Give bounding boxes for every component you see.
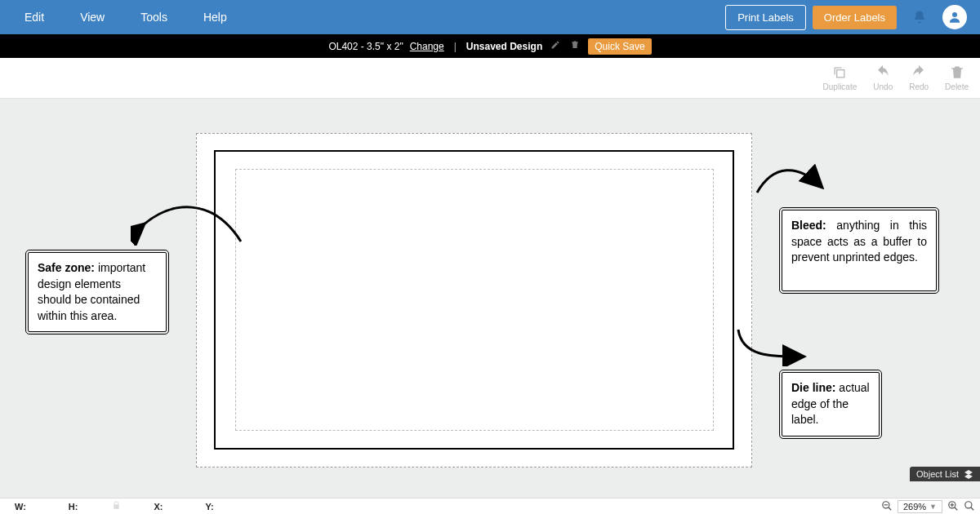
safe-zone-area: [235, 169, 714, 431]
delete-button[interactable]: Delete: [945, 64, 969, 91]
svg-point-0: [952, 12, 957, 17]
object-list-tab[interactable]: Object List: [910, 467, 980, 481]
die-title: Die line:: [791, 381, 835, 394]
height-label: H:: [69, 502, 78, 512]
canvas-area[interactable]: Safe zone: important design elements sho…: [0, 99, 980, 498]
zoom-out-button[interactable]: [881, 500, 893, 513]
pencil-icon[interactable]: [550, 40, 560, 52]
design-name: Unsaved Design: [466, 41, 542, 52]
zoom-fit-button[interactable]: [964, 500, 975, 513]
notifications-icon[interactable]: [906, 10, 933, 24]
context-bar: OL402 - 3.5" x 2" Change | Unsaved Desig…: [0, 34, 980, 58]
y-label: Y:: [205, 502, 213, 512]
menu-help[interactable]: Help: [185, 11, 245, 24]
trash-icon[interactable]: [570, 40, 580, 52]
zoom-level-select[interactable]: 269% ▼: [898, 500, 942, 513]
order-labels-button[interactable]: Order Labels: [813, 6, 897, 29]
tool-strip: Duplicate Undo Redo Delete: [0, 58, 980, 99]
delete-label: Delete: [945, 82, 969, 91]
zoom-in-button[interactable]: [947, 500, 959, 513]
print-labels-button[interactable]: Print Labels: [725, 5, 806, 30]
undo-label: Undo: [873, 82, 893, 91]
quick-save-button[interactable]: Quick Save: [588, 38, 651, 55]
safe-zone-title: Safe zone:: [38, 261, 95, 274]
duplicate-button[interactable]: Duplicate: [823, 64, 858, 91]
undo-button[interactable]: Undo: [873, 64, 893, 91]
menu-edit[interactable]: Edit: [7, 11, 62, 24]
svg-rect-1: [837, 70, 844, 78]
redo-label: Redo: [909, 82, 929, 91]
user-avatar[interactable]: [942, 5, 967, 29]
duplicate-label: Duplicate: [823, 82, 858, 91]
main-menu: Edit View Tools Help: [7, 11, 245, 24]
x-label: X:: [154, 502, 163, 512]
change-label-link[interactable]: Change: [410, 41, 444, 52]
menu-tools[interactable]: Tools: [122, 11, 185, 24]
top-menu-bar: Edit View Tools Help Print Labels Order …: [0, 0, 980, 34]
svg-line-10: [971, 507, 974, 510]
bleed-callout: Bleed: anything in this space acts as a …: [782, 210, 937, 291]
safe-zone-callout: Safe zone: important design elements sho…: [28, 252, 167, 332]
width-label: W:: [15, 502, 26, 512]
label-product-id: OL402 - 3.5" x 2": [328, 41, 403, 52]
layers-icon: [964, 469, 973, 479]
status-bar: W: H: X: Y: 269% ▼: [0, 498, 980, 514]
svg-line-3: [889, 507, 892, 510]
divider: |: [454, 41, 457, 52]
menu-view[interactable]: View: [62, 11, 122, 24]
zoom-level-value: 269%: [903, 502, 926, 512]
die-line-callout: Die line: actual edge of the label.: [782, 372, 880, 436]
redo-button[interactable]: Redo: [909, 64, 929, 91]
bleed-arrow: [749, 160, 831, 201]
bleed-title: Bleed:: [791, 219, 826, 232]
object-list-label: Object List: [916, 469, 959, 479]
chevron-down-icon: ▼: [929, 503, 937, 511]
svg-line-6: [955, 507, 958, 510]
lock-icon[interactable]: [112, 501, 121, 512]
svg-point-9: [965, 501, 972, 507]
